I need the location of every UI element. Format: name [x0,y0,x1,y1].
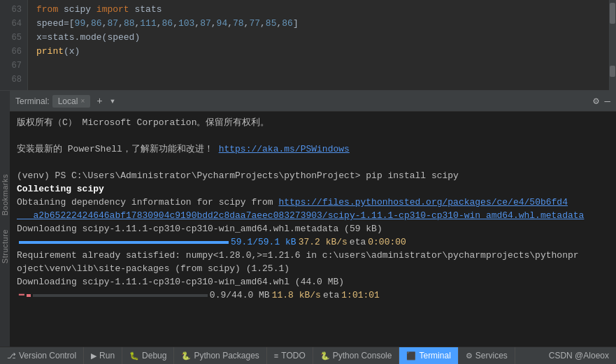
output-line-3: 安装最新的 PowerShell，了解新功能和改进！ https://aka.m… [17,143,609,156]
status-bar: ⎇ Version Control ▶ Run 🐛 Debug 🐍 Python… [0,347,616,364]
terminal-output[interactable]: 版权所有（C） Microsoft Corporation。保留所有权利。 安装… [10,112,616,347]
status-run[interactable]: ▶ Run [84,347,122,364]
code-line-65: x=stats.mode(speed) [36,31,601,45]
output-line-progress1: 59.1/59.1 kB 37.2 kB/s eta 0:00:00 [17,235,609,249]
terminal-add-button[interactable]: + [94,96,104,107]
status-python-packages[interactable]: 🐍 Python Packages [174,347,266,364]
terminal-label: Terminal: [15,96,50,106]
code-line-63: from scipy import stats [36,3,601,17]
terminal-status-label: Terminal [419,351,450,361]
output-line-5: (venv) PS C:\Users\Administrator\Pycharm… [17,169,609,182]
output-line-7: Obtaining dependency information for sci… [17,196,609,222]
python-console-label: Python Console [333,351,392,361]
editor-scrollbar[interactable] [609,0,616,90]
output-line-6: Collecting scipy [17,182,609,196]
code-line-64: speed=[99,86,87,88,111,86,103,87,94,78,7… [36,17,601,31]
code-line-67 [36,59,601,73]
status-version-control[interactable]: ⎇ Version Control [0,347,84,364]
python-packages-icon: 🐍 [181,351,191,361]
code-line-66: print(x) [36,45,601,59]
version-control-icon: ⎇ [7,351,16,361]
status-terminal[interactable]: ⬛ Terminal [399,347,458,364]
todo-icon: ≡ [274,351,278,360]
output-line-8: Downloading scipy-1.11.1-cp310-cp310-win… [17,222,609,235]
terminal-tabbar: Terminal: Local × + ▾ ⚙ — [10,91,616,112]
output-line-2 [17,129,609,143]
structure-label[interactable]: Structure [1,229,9,263]
left-side-panel: Bookmarks Structure [0,91,10,347]
output-line-9: Requirement already satisfied: numpy<1.2… [17,249,609,275]
terminal-main: Terminal: Local × + ▾ ⚙ — 版权所有（C） Micros… [10,91,616,347]
bookmarks-label[interactable]: Bookmarks [1,174,9,216]
output-line-10: Downloading scipy-1.11.1-cp310-cp310-win… [17,275,609,289]
output-line-4 [17,156,609,169]
terminal-dropdown-button[interactable]: ▾ [108,95,117,107]
powershell-link[interactable]: https://aka.ms/PSWindows [219,144,350,154]
status-python-console[interactable]: 🐍 Python Console [313,347,400,364]
run-icon: ▶ [91,351,96,361]
version-control-label: Version Control [19,351,76,361]
terminal-tab-close[interactable]: × [80,97,85,105]
status-services[interactable]: ⚙ Services [459,347,515,364]
status-debug[interactable]: 🐛 Debug [122,347,174,364]
terminal-tabbar-right: ⚙ — [593,95,610,107]
scrollbar-thumb-top[interactable] [610,3,615,24]
code-line-68 [36,73,601,87]
editor-area: 63 64 65 66 67 68 from scipy import stat… [0,0,616,91]
debug-label: Debug [142,351,166,361]
pypi-link[interactable]: https://files.pythonhosted.org/packages/… [17,197,584,221]
code-content: from scipy import stats speed=[99,86,87,… [28,0,609,90]
status-bar-right: CSDN @Aloeox [542,351,616,361]
terminal-settings-icon[interactable]: ⚙ [593,95,599,107]
python-packages-label: Python Packages [194,351,259,361]
run-label: Run [99,351,115,361]
python-console-icon: 🐍 [320,351,330,361]
scrollbar-thumb-bottom[interactable] [610,66,615,77]
services-label: Services [475,351,508,361]
terminal-tab-actions: + ▾ [94,95,117,107]
todo-label: TODO [281,351,305,361]
line-numbers: 63 64 65 66 67 68 [0,0,28,90]
terminal-tab-local[interactable]: Local × [52,95,91,108]
status-todo[interactable]: ≡ TODO [267,347,313,364]
output-line-1: 版权所有（C） Microsoft Corporation。保留所有权利。 [17,116,609,129]
terminal-tab-name: Local [58,96,78,106]
csdn-label: CSDN @Aloeox [542,351,616,361]
services-icon: ⚙ [466,351,473,361]
output-line-progress2: ━ 0.9/44.0 MB 11.8 kB/s eta 1:01:01 [17,289,609,302]
terminal-minimize-icon[interactable]: — [605,96,610,107]
terminal-icon: ⬛ [406,351,416,361]
debug-icon: 🐛 [129,351,139,361]
terminal-section: Bookmarks Structure Terminal: Local × + … [0,91,616,347]
